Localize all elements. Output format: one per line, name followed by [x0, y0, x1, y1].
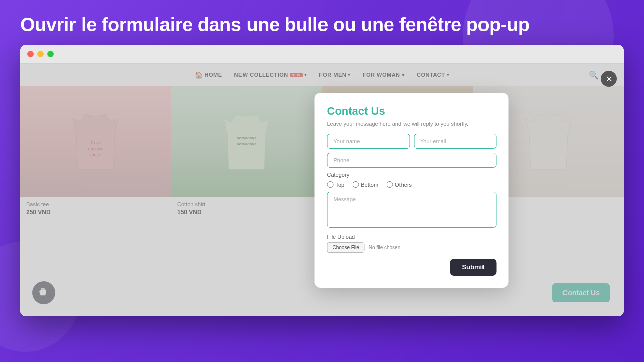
radio-others[interactable]: Others: [386, 181, 412, 188]
modal-close-button[interactable]: ✕: [601, 71, 617, 87]
radio-top[interactable]: Top: [327, 181, 345, 188]
close-dot[interactable]: [27, 51, 34, 57]
file-upload-row: Choose File No file chosen: [327, 242, 497, 253]
name-input[interactable]: [327, 134, 410, 149]
submit-row: Submit: [327, 259, 497, 276]
minimize-dot[interactable]: [37, 51, 44, 57]
radio-top-input[interactable]: [327, 181, 334, 188]
browser-content: 🏠 HOME NEW COLLECTION New ▾ FOR MEN ▾ FO…: [20, 64, 624, 316]
modal-subtitle: Leave your message here and we will repl…: [327, 121, 497, 127]
browser-toolbar: [20, 45, 624, 64]
radio-bottom[interactable]: Bottom: [352, 181, 378, 188]
name-email-row: [327, 134, 497, 149]
category-radio-group: Top Bottom Others: [327, 181, 497, 188]
email-input[interactable]: [414, 134, 497, 149]
file-no-chosen-text: No file chosen: [369, 245, 400, 250]
phone-input[interactable]: [327, 153, 497, 168]
maximize-dot[interactable]: [47, 51, 54, 57]
radio-others-input[interactable]: [386, 181, 393, 188]
browser-window: 🏠 HOME NEW COLLECTION New ▾ FOR MEN ▾ FO…: [20, 45, 624, 316]
contact-modal: Contact Us Leave your message here and w…: [315, 93, 509, 288]
message-textarea[interactable]: [327, 192, 497, 228]
submit-button[interactable]: Submit: [450, 259, 496, 276]
radio-bottom-input[interactable]: [352, 181, 359, 188]
modal-title: Contact Us: [327, 105, 497, 118]
category-label: Category: [327, 172, 497, 178]
file-upload-label: File Upload: [327, 234, 497, 240]
file-choose-button[interactable]: Choose File: [327, 242, 365, 253]
